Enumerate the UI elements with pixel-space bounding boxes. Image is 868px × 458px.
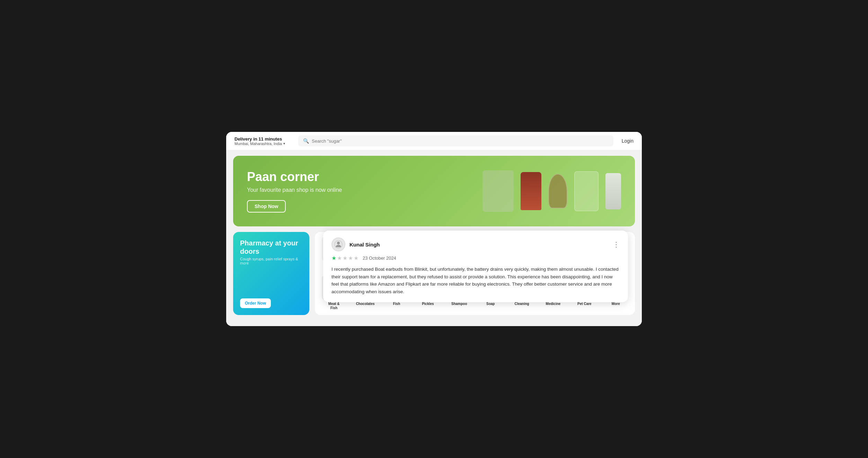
star-empty-icon: ★ bbox=[343, 255, 347, 261]
banner-box bbox=[574, 171, 599, 211]
pharmacy-subtitle: Cough syrups, pain relief sprays & more bbox=[240, 257, 302, 265]
review-header: Kunal Singh ⋮ bbox=[331, 237, 620, 251]
category-label: Meat &Fish bbox=[328, 302, 340, 310]
header: Delivery in 11 minutes Mumbai, Maharasht… bbox=[226, 132, 642, 150]
category-label: More bbox=[612, 302, 620, 306]
banner-hookah bbox=[548, 174, 567, 208]
pharmacy-card: Pharmacy at your doors Cough syrups, pai… bbox=[233, 232, 309, 315]
login-button[interactable]: Login bbox=[622, 138, 634, 144]
category-label: Cleaning bbox=[514, 302, 529, 306]
star-empty-icon: ★ bbox=[348, 255, 353, 261]
star-filled-icon: ★ bbox=[331, 255, 336, 261]
category-label: Soap bbox=[486, 302, 495, 306]
category-label: Pet Care bbox=[577, 302, 592, 306]
review-date: 23 October 2024 bbox=[363, 255, 396, 261]
more-options-icon[interactable]: ⋮ bbox=[613, 240, 620, 249]
banner-decoration bbox=[482, 156, 621, 226]
search-input[interactable] bbox=[312, 138, 609, 144]
banner-candle bbox=[605, 173, 621, 209]
banner: Paan corner Your favourite paan shop is … bbox=[233, 156, 635, 226]
delivery-info: Delivery in 11 minutes Mumbai, Maharasht… bbox=[234, 136, 290, 146]
avatar bbox=[331, 237, 345, 251]
review-username: Kunal Singh bbox=[349, 242, 380, 248]
shop-now-button[interactable]: Shop Now bbox=[247, 200, 286, 213]
svg-point-0 bbox=[337, 242, 340, 244]
category-label: Medicine bbox=[546, 302, 561, 306]
delivery-title: Delivery in 11 minutes bbox=[234, 136, 290, 142]
delivery-location: Mumbai, Maharashtra, India ▾ bbox=[234, 142, 290, 146]
order-now-button[interactable]: Order Now bbox=[240, 298, 271, 308]
search-icon: 🔍 bbox=[303, 138, 309, 144]
chevron-down-icon: ▾ bbox=[283, 142, 285, 145]
star-empty-icon: ★ bbox=[337, 255, 342, 261]
category-label: Chocolates bbox=[356, 302, 375, 306]
review-text: I recently purchased Boat earbuds from B… bbox=[331, 266, 620, 295]
app-container: Delivery in 11 minutes Mumbai, Maharasht… bbox=[226, 132, 642, 326]
pharmacy-title: Pharmacy at your doors bbox=[240, 239, 302, 255]
banner-card-1 bbox=[482, 170, 514, 212]
category-label: Shampoo bbox=[451, 302, 467, 306]
category-label: Pickles bbox=[422, 302, 434, 306]
star-rating: ★★★★★ bbox=[331, 255, 358, 261]
review-user: Kunal Singh bbox=[331, 237, 380, 251]
review-overlay: Kunal Singh ⋮ ★★★★★ 23 October 2024 I re… bbox=[323, 231, 628, 302]
star-empty-icon: ★ bbox=[354, 255, 358, 261]
banner-bottle bbox=[521, 172, 541, 210]
review-rating-row: ★★★★★ 23 October 2024 bbox=[331, 255, 620, 261]
category-label: Fish bbox=[393, 302, 400, 306]
search-bar[interactable]: 🔍 bbox=[298, 135, 613, 146]
